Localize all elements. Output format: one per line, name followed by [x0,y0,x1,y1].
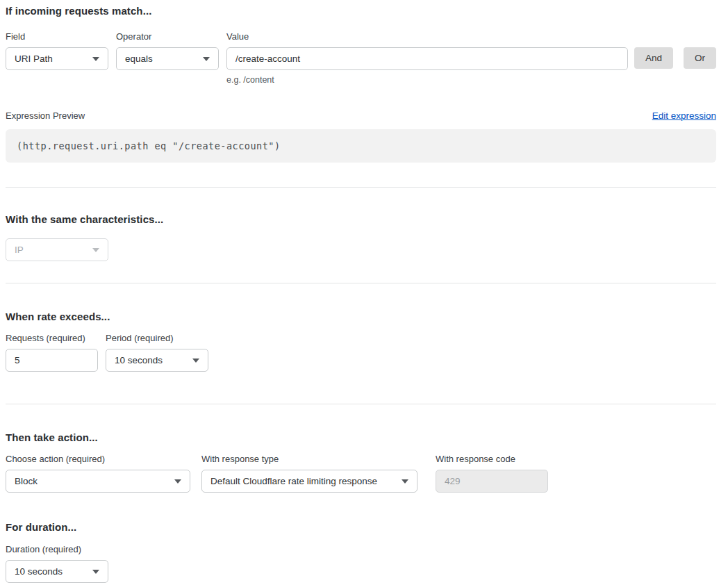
field-select-value: URI Path [15,53,53,64]
choose-action-select[interactable]: Block [6,470,190,493]
duration-label: Duration (required) [6,544,108,554]
value-label: Value [226,31,628,42]
field-select[interactable]: URI Path [6,47,108,70]
duration-section-heading: For duration... [6,521,716,533]
rate-section-heading: When rate exceeds... [6,311,716,322]
match-section-heading: If incoming requests match... [6,5,716,17]
or-button[interactable]: Or [684,47,716,69]
characteristics-section-heading: With the same characteristics... [6,213,716,225]
period-select[interactable]: 10 seconds [106,349,208,372]
value-input[interactable] [226,47,628,70]
section-for-duration: For duration... Duration (required) 10 s… [6,521,716,583]
response-type-select-value: Default Cloudflare rate limiting respons… [210,476,377,486]
chevron-down-icon [174,479,181,484]
chevron-down-icon [92,57,99,61]
response-code-input [436,470,548,493]
period-select-value: 10 seconds [115,355,163,365]
chevron-down-icon [92,570,99,574]
characteristic-select-value: IP [15,245,24,255]
choose-action-select-value: Block [15,476,38,486]
requests-input[interactable] [6,349,98,372]
action-section-heading: Then take action... [6,431,716,443]
field-label: Field [6,31,108,42]
edit-expression-link[interactable]: Edit expression [652,110,716,121]
requests-label: Requests (required) [6,333,98,343]
section-divider [6,187,716,188]
chevron-down-icon [192,359,199,363]
characteristic-select: IP [6,238,108,261]
operator-label: Operator [116,31,219,42]
rate-limiting-rule-form: If incoming requests match... Field URI … [0,0,728,585]
expression-preview-box: (http.request.uri.path eq "/create-accou… [6,129,716,163]
chevron-down-icon [203,57,210,61]
operator-select-value: equals [125,53,153,64]
duration-select-value: 10 seconds [15,566,63,577]
chevron-down-icon [402,479,408,484]
expression-preview-label: Expression Preview [6,110,85,121]
and-button[interactable]: And [634,47,673,69]
response-code-label: With response code [436,454,548,464]
chevron-down-icon [92,248,99,252]
value-helper-text: e.g. /content [226,75,628,85]
section-same-characteristics: With the same characteristics... IP [6,213,716,261]
response-type-select[interactable]: Default Cloudflare rate limiting respons… [201,470,417,493]
section-take-action: Then take action... Choose action (requi… [6,431,716,493]
operator-select[interactable]: equals [116,47,219,70]
duration-select[interactable]: 10 seconds [6,560,108,583]
period-label: Period (required) [106,333,208,343]
response-type-label: With response type [201,454,417,464]
section-divider [6,283,716,283]
choose-action-label: Choose action (required) [6,454,190,464]
section-divider [6,404,716,404]
section-rate-exceeds: When rate exceeds... Requests (required)… [6,311,716,372]
section-incoming-requests-match: If incoming requests match... Field URI … [6,5,716,163]
